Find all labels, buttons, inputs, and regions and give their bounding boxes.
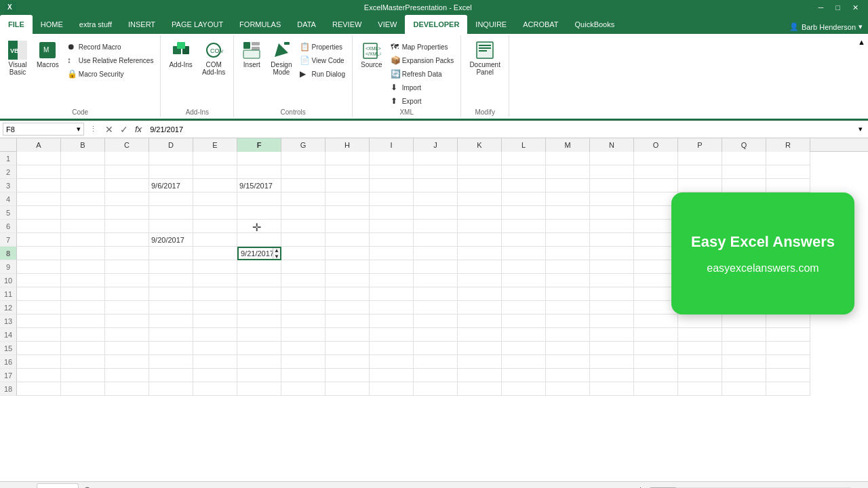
cell-N8[interactable]	[590, 247, 634, 260]
cell-E17[interactable]	[193, 369, 237, 382]
cell-G5[interactable]	[281, 206, 326, 220]
export-button[interactable]: ⬆ Export	[388, 95, 457, 107]
cell-N11[interactable]	[590, 287, 634, 301]
cell-I8[interactable]	[370, 247, 414, 260]
cell-M7[interactable]	[546, 233, 590, 247]
cell-G2[interactable]	[281, 165, 326, 179]
cell-C15[interactable]	[105, 342, 149, 355]
cell-D6[interactable]	[149, 220, 193, 233]
document-panel-button[interactable]: DocumentPanel	[465, 38, 505, 79]
cell-G13[interactable]	[281, 314, 326, 328]
cell-L18[interactable]	[502, 382, 546, 396]
cell-C14[interactable]	[105, 328, 149, 342]
row-num-9[interactable]: 9	[0, 260, 17, 274]
cell-F14[interactable]	[237, 328, 281, 342]
cell-B10[interactable]	[61, 274, 105, 287]
cell-Q1[interactable]	[722, 152, 766, 165]
cell-C4[interactable]	[105, 192, 149, 206]
cell-B12[interactable]	[61, 301, 105, 314]
cell-K14[interactable]	[458, 328, 502, 342]
cell-D14[interactable]	[149, 328, 193, 342]
cell-H14[interactable]	[326, 328, 370, 342]
cell-B1[interactable]	[61, 152, 105, 165]
cell-D17[interactable]	[149, 369, 193, 382]
sheet-options-button[interactable]: ⋮	[633, 485, 648, 488]
col-header-m[interactable]: M	[546, 138, 590, 152]
cell-J13[interactable]	[414, 314, 458, 328]
cell-H2[interactable]	[326, 165, 370, 179]
cell-N13[interactable]	[590, 314, 634, 328]
cell-L4[interactable]	[502, 192, 546, 206]
cell-Q3[interactable]	[722, 179, 766, 192]
cell-F17[interactable]	[237, 369, 281, 382]
cell-K5[interactable]	[458, 206, 502, 220]
cell-H18[interactable]	[326, 382, 370, 396]
cell-E1[interactable]	[193, 152, 237, 165]
cell-N6[interactable]	[590, 220, 634, 233]
cell-A15[interactable]	[17, 342, 61, 355]
cell-K15[interactable]	[458, 342, 502, 355]
tab-insert[interactable]: INSERT	[120, 15, 163, 34]
cell-G9[interactable]	[281, 260, 326, 274]
cell-M8[interactable]	[546, 247, 590, 260]
cell-H7[interactable]	[326, 233, 370, 247]
cell-M6[interactable]	[546, 220, 590, 233]
expansion-packs-button[interactable]: 📦 Expansion Packs	[388, 54, 457, 66]
cell-I14[interactable]	[370, 328, 414, 342]
collapse-ribbon-button[interactable]: ▲	[855, 35, 868, 117]
tab-acrobat[interactable]: ACROBAT	[515, 15, 566, 34]
cell-I5[interactable]	[370, 206, 414, 220]
cell-Q15[interactable]	[722, 342, 766, 355]
cell-L6[interactable]	[502, 220, 546, 233]
col-header-h[interactable]: H	[326, 138, 370, 152]
cell-G4[interactable]	[281, 192, 326, 206]
run-dialog-button[interactable]: ▶ Run Dialog	[297, 68, 347, 80]
cell-K6[interactable]	[458, 220, 502, 233]
cell-O1[interactable]	[634, 152, 678, 165]
cell-R13[interactable]	[766, 314, 810, 328]
cell-A10[interactable]	[17, 274, 61, 287]
cell-C3[interactable]	[105, 179, 149, 192]
cell-C16[interactable]	[105, 355, 149, 369]
cell-J5[interactable]	[414, 206, 458, 220]
cell-M11[interactable]	[546, 287, 590, 301]
cell-J12[interactable]	[414, 301, 458, 314]
tab-review[interactable]: REVIEW	[324, 15, 370, 34]
cell-H6[interactable]	[326, 220, 370, 233]
cell-B8[interactable]	[61, 247, 105, 260]
cell-D16[interactable]	[149, 355, 193, 369]
maximize-button[interactable]: □	[831, 3, 844, 12]
cell-M4[interactable]	[546, 192, 590, 206]
function-wizard-button[interactable]: fx	[132, 124, 144, 134]
cell-A3[interactable]	[17, 179, 61, 192]
cell-J4[interactable]	[414, 192, 458, 206]
cell-R1[interactable]	[766, 152, 810, 165]
cell-J9[interactable]	[414, 260, 458, 274]
cell-G6[interactable]	[281, 220, 326, 233]
cell-D13[interactable]	[149, 314, 193, 328]
cell-E2[interactable]	[193, 165, 237, 179]
cell-E14[interactable]	[193, 328, 237, 342]
col-header-q[interactable]: Q	[722, 138, 766, 152]
formula-input[interactable]	[147, 124, 853, 135]
cell-J17[interactable]	[414, 369, 458, 382]
macro-security-button[interactable]: 🔒 Macro Security	[64, 68, 157, 80]
row-num-11[interactable]: 11	[0, 287, 17, 301]
cell-N15[interactable]	[590, 342, 634, 355]
cell-A1[interactable]	[17, 152, 61, 165]
cell-H1[interactable]	[326, 152, 370, 165]
cell-E11[interactable]	[193, 287, 237, 301]
cell-L3[interactable]	[502, 179, 546, 192]
cell-C17[interactable]	[105, 369, 149, 382]
cell-N18[interactable]	[590, 382, 634, 396]
cell-A9[interactable]	[17, 260, 61, 274]
cell-B14[interactable]	[61, 328, 105, 342]
cell-I17[interactable]	[370, 369, 414, 382]
record-macro-button[interactable]: ⏺ Record Macro	[64, 41, 157, 53]
tab-quickbooks[interactable]: QuickBooks	[567, 15, 623, 34]
design-mode-button[interactable]: DesignMode	[267, 38, 296, 79]
user-account[interactable]: 👤 Barb Henderson ▾	[784, 20, 868, 34]
cell-O14[interactable]	[634, 328, 678, 342]
cell-A14[interactable]	[17, 328, 61, 342]
cell-R15[interactable]	[766, 342, 810, 355]
